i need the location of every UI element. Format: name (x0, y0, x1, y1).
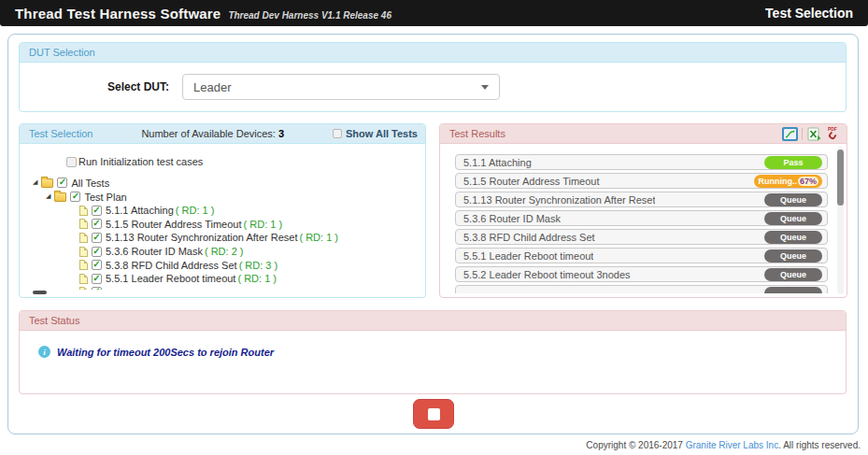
status-badge-queue: Queue (764, 231, 822, 244)
file-icon (79, 233, 88, 243)
test-results-title: Test Results (449, 128, 505, 139)
test-status-header: Test Status (20, 311, 846, 331)
status-badge-queue: Queue (764, 193, 822, 206)
tree-node-all-tests[interactable]: All Tests (20, 176, 425, 190)
status-badge-queue: Queue (764, 268, 822, 281)
tree-item[interactable]: 5.1.5 Router Address Timeout( RD: 1 ) (20, 218, 425, 232)
result-row-partial (455, 285, 828, 293)
test-results-header: Test Results (440, 124, 847, 144)
result-row[interactable]: 5.5.2 Leader Reboot timeout 3nodes Queue (455, 266, 828, 282)
stop-icon (428, 408, 440, 420)
stop-button[interactable] (413, 399, 454, 429)
test-status-title: Test Status (29, 315, 79, 326)
tree-item-partial (20, 286, 425, 290)
tree-item[interactable]: 5.3.8 RFD Child Address Set( RD: 3 ) (20, 258, 425, 272)
tree-item-checkbox (92, 287, 102, 289)
tree-item[interactable]: 5.1.1 Attaching( RD: 1 ) (20, 204, 425, 218)
status-badge-pass: Pass (764, 156, 822, 169)
pdf-export-icon[interactable]: PDF (826, 127, 841, 141)
test-results-list: 5.1.1 Attaching Pass 5.1.5 Router Addres… (440, 144, 847, 297)
status-badge-queue: Queue (764, 212, 822, 225)
run-init-row: Run Initialization test cases (20, 154, 425, 169)
show-all-tests-checkbox[interactable] (333, 129, 342, 138)
dut-select-value: Leader (193, 80, 231, 94)
vertical-scrollbar-thumb[interactable] (837, 149, 844, 206)
tree-collapse-icon[interactable] (46, 192, 50, 199)
tree-item[interactable]: 5.5.1 Leader Reboot timeout( RD: 1 ) (20, 272, 425, 286)
chevron-down-icon (481, 85, 489, 90)
chart-icon[interactable] (782, 127, 798, 141)
page-title: Test Selection (765, 6, 853, 21)
tree-item-checkbox[interactable] (92, 219, 102, 229)
dut-selection-panel: DUT Selection Select DUT: Leader (19, 42, 847, 112)
copyright-footer: Copyright © 2016-2017 Granite River Labs… (586, 440, 861, 450)
file-icon (79, 287, 88, 289)
app-subtitle: Thread Dev Harness V1.1 Release 46 (228, 10, 391, 21)
test-results-panel: Test Results (439, 123, 847, 298)
available-devices-count: Number of Available Devices: 3 (141, 128, 284, 139)
tree-node-checkbox[interactable] (57, 178, 67, 188)
app-window: Thread Test Harness Software Thread Dev … (0, 0, 868, 455)
test-status-panel: Test Status Waiting for timeout 200Secs … (19, 310, 847, 394)
tree-item-checkbox[interactable] (92, 274, 102, 284)
tree-item-checkbox[interactable] (92, 233, 102, 243)
tree-item[interactable]: 5.1.13 Router Synchronization After Rese… (20, 231, 425, 245)
tree-item-checkbox[interactable] (92, 247, 102, 257)
file-icon (79, 274, 88, 284)
show-all-tests-control: Show All Tests (333, 128, 418, 139)
icon-divider (802, 128, 803, 140)
result-row[interactable]: 5.3.8 RFD Child Address Set Queue (455, 229, 828, 245)
run-init-label: Run Initialization test cases (78, 156, 203, 167)
result-row[interactable]: 5.5.1 Leader Reboot timeout Queue (455, 248, 828, 263)
file-icon (79, 260, 88, 270)
result-row[interactable]: 5.3.6 Router ID Mask Queue (455, 210, 828, 226)
status-message: Waiting for timeout 200Secs to rejoin Ro… (57, 347, 274, 358)
app-title: Thread Test Harness Software (15, 6, 221, 21)
horizontal-scrollbar-thumb[interactable] (33, 291, 47, 294)
run-init-checkbox[interactable] (66, 157, 77, 167)
test-selection-header: Test Selection Number of Available Devic… (20, 124, 425, 144)
test-status-body: Waiting for timeout 200Secs to rejoin Ro… (20, 331, 846, 358)
show-all-tests-label: Show All Tests (346, 128, 418, 139)
result-row[interactable]: 5.1.1 Attaching Pass (455, 154, 828, 170)
test-selection-panel: Test Selection Number of Available Devic… (19, 123, 426, 298)
file-icon (79, 219, 88, 229)
dut-panel-body: Select DUT: Leader (20, 63, 846, 111)
dut-panel-title: DUT Selection (29, 47, 95, 58)
tree-item[interactable]: 5.3.6 Router ID Mask( RD: 2 ) (20, 245, 425, 259)
test-tree: Run Initialization test cases All Tests … (20, 144, 425, 297)
progress-percent: 67% (798, 177, 818, 186)
tree-item-checkbox[interactable] (92, 206, 102, 216)
info-icon (38, 346, 50, 358)
test-selection-title: Test Selection (29, 128, 92, 139)
status-badge-running: Running..67% (754, 175, 822, 188)
result-row[interactable]: 5.1.5 Router Address Timeout Running..67… (455, 173, 828, 189)
tree-node-checkbox[interactable] (70, 192, 80, 202)
result-row[interactable]: 5.1.13 Router Synchronization After Rese… (455, 192, 828, 207)
excel-export-icon[interactable] (806, 127, 822, 141)
folder-icon (41, 178, 53, 188)
file-icon (79, 247, 88, 257)
status-badge-queue (764, 287, 822, 294)
app-header: Thread Test Harness Software Thread Dev … (0, 0, 868, 26)
tree-collapse-icon[interactable] (33, 178, 37, 185)
status-badge-queue: Queue (764, 249, 822, 263)
tree-item-checkbox[interactable] (92, 260, 102, 270)
file-icon (79, 206, 88, 216)
select-dut-label: Select DUT: (20, 80, 169, 93)
main-container: DUT Selection Select DUT: Leader Test Se… (7, 34, 859, 434)
dut-select[interactable]: Leader (182, 74, 500, 100)
export-icons: PDF (782, 127, 841, 141)
tree-node-test-plan[interactable]: Test Plan (20, 190, 425, 204)
dut-panel-header: DUT Selection (20, 43, 846, 63)
folder-icon (54, 192, 66, 202)
company-link[interactable]: Granite River Labs Inc (686, 440, 779, 450)
